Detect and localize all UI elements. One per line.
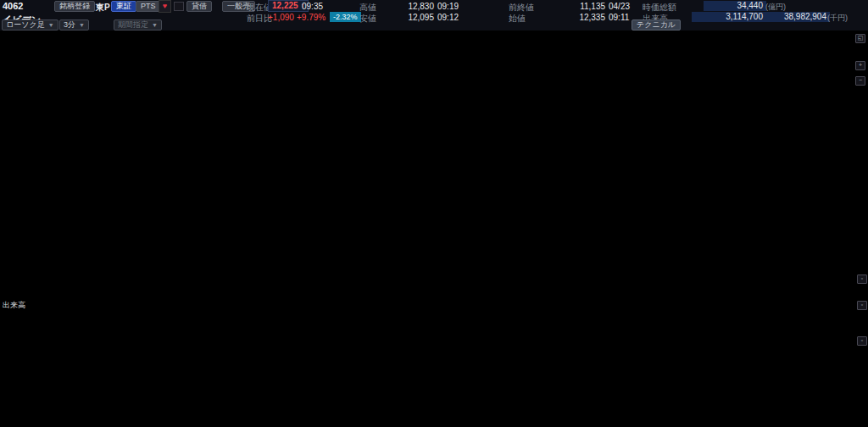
low-time: 09:12 (437, 13, 459, 22)
volume-value: 3,114,700 (692, 12, 766, 22)
favorite-heart-icon[interactable]: ♥ (159, 0, 171, 13)
low-value: 12,095 (398, 13, 434, 22)
change-value: +1,090 (268, 13, 294, 22)
chevron-down-icon: ▼ (48, 22, 54, 28)
chart-type-dropdown[interactable]: ローソク足▼ (2, 19, 58, 30)
chevron-down-icon: ▼ (79, 22, 85, 28)
exchange-pts-button[interactable]: PTS (136, 1, 161, 12)
range-dropdown[interactable]: 期間指定▼ (114, 19, 162, 30)
exchange-tse-button[interactable]: 東証 (111, 1, 136, 12)
register-stock-button[interactable]: 銘柄登録 (54, 1, 95, 12)
memo-icon[interactable] (174, 2, 184, 11)
chart-canvas[interactable] (0, 0, 868, 427)
market-cap-label: 時価総額 (643, 2, 676, 14)
margin-lend-button[interactable]: 貸借 (186, 1, 212, 12)
header: 4062 銘柄登録 東P 東証 PTS ♥ 貸借 一般売 現在値 12,225 … (0, 0, 868, 30)
interval-dropdown[interactable]: 3分▼ (59, 19, 89, 30)
high-time: 09:19 (437, 2, 459, 11)
current-time: 09:35 (302, 2, 323, 11)
open-label: 始値 (509, 13, 526, 25)
technical-button[interactable]: テクニカル (632, 19, 681, 30)
prev-close-label: 前終値 (509, 2, 534, 14)
low-label: 安値 (359, 13, 376, 25)
market-cap-value: 34,440 (704, 1, 766, 11)
turnover-value: 38,982,904 (764, 12, 830, 22)
open-time: 09:11 (609, 13, 629, 22)
deviation-chip: -2.32% (330, 12, 361, 22)
prev-close-date: 04/23 (609, 2, 630, 11)
prev-close-value: 11,135 (570, 2, 605, 11)
open-value: 12,335 (570, 13, 605, 22)
high-value: 12,830 (398, 2, 434, 11)
change-percent: +9.79% (297, 13, 326, 22)
turnover-unit: (千円) (827, 13, 848, 24)
time-axis[interactable] (0, 413, 826, 427)
volume-panel-title: 出来高 (3, 300, 25, 311)
price-axis[interactable] (826, 30, 868, 413)
trading-app-window: 4062 銘柄登録 東P 東証 PTS ♥ 貸借 一般売 現在値 12,225 … (0, 0, 868, 427)
stock-code: 4062 (3, 1, 23, 11)
market-section-label: 東P (96, 2, 110, 14)
high-label: 高値 (359, 2, 376, 14)
chevron-down-icon: ▼ (152, 22, 158, 28)
